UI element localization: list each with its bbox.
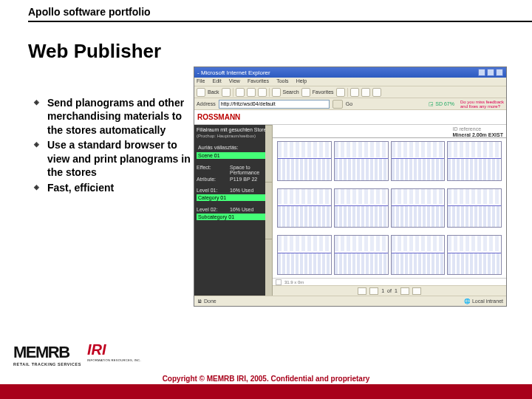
- bullet-icon: ◈: [34, 138, 47, 179]
- menu-view[interactable]: View: [229, 78, 240, 83]
- shield-icon: ◲: [429, 101, 434, 107]
- bullet-icon: ◈: [34, 181, 47, 194]
- search-label[interactable]: Search: [283, 89, 299, 95]
- home-icon[interactable]: [258, 88, 267, 97]
- menu-edit[interactable]: Edit: [213, 78, 222, 83]
- memrb-logo: MEMRB RETAIL TRACKING SERVICES: [13, 343, 81, 366]
- planogram-module[interactable]: [391, 141, 446, 181]
- document-icon[interactable]: [276, 279, 282, 285]
- menu-bar: File Edit View Favorites Tools Help: [194, 78, 506, 86]
- planogram-module[interactable]: [277, 141, 332, 181]
- nav-level2-row: Level 02:16% Used: [197, 207, 270, 212]
- edit-icon[interactable]: [372, 88, 381, 97]
- last-page-button[interactable]: [412, 287, 421, 295]
- planogram-module[interactable]: [334, 141, 389, 181]
- nav-scene-select[interactable]: Scene 01: [197, 152, 270, 159]
- feedback-link[interactable]: Do you miss feedback and fixes any more?: [460, 100, 504, 109]
- list-item: ◈Use a standard browser to view and prin…: [34, 138, 191, 179]
- ruler-bar: 31.9 x 0m: [273, 278, 506, 285]
- brand-logo: ROSSMANN: [194, 110, 506, 125]
- page-of-label: of: [387, 288, 392, 293]
- planogram-module[interactable]: [277, 235, 332, 275]
- iri-logo: IRI INFORMATION RESOURCES, INC.: [87, 341, 141, 362]
- address-bar: Address Go ◲SD 67% Do you miss feedback …: [194, 98, 506, 110]
- copyright-line: Copyright © MEMRB IRI, 2005. Confidentia…: [0, 375, 532, 383]
- planogram-module[interactable]: [334, 188, 389, 228]
- ruler-value: 31.9 x 0m: [284, 280, 304, 284]
- address-label: Address: [197, 101, 216, 106]
- menu-tools[interactable]: Tools: [276, 78, 288, 83]
- stop-icon[interactable]: [236, 88, 245, 97]
- planogram-module[interactable]: [447, 141, 502, 181]
- browser-window: - Microsoft Internet Explorer File Edit …: [194, 66, 507, 307]
- print-icon[interactable]: [361, 88, 370, 97]
- list-item: ◈Fast, efficient: [34, 181, 191, 194]
- next-page-button[interactable]: [400, 287, 409, 295]
- window-titlebar[interactable]: - Microsoft Internet Explorer: [194, 67, 506, 78]
- first-page-button[interactable]: [358, 287, 366, 295]
- left-nav: Filialraum mit gesuchten Store (Prochop:…: [194, 125, 273, 296]
- pager-bar: 1 of 1: [273, 285, 506, 296]
- window-title: - Microsoft Internet Explorer: [197, 69, 270, 76]
- planogram-module[interactable]: [334, 235, 389, 275]
- prev-page-button[interactable]: [369, 287, 378, 295]
- slide-topic: Apollo software portfolio: [28, 6, 532, 18]
- status-right: 🌐 Local intranet: [464, 299, 503, 304]
- toolbar: Back Search Favorites: [194, 86, 506, 98]
- total-pages: 1: [395, 288, 398, 293]
- nav-level1-row: Level 01:16% Used: [197, 188, 270, 193]
- nav-effect-row: Effect:Space to Performance: [197, 165, 270, 175]
- go-button[interactable]: [332, 100, 343, 109]
- nav-subcategory-select[interactable]: Subcategory 01: [197, 214, 270, 220]
- maximize-icon[interactable]: [487, 69, 494, 76]
- menu-help[interactable]: Help: [296, 78, 307, 83]
- back-label[interactable]: Back: [208, 89, 219, 95]
- close-icon[interactable]: [496, 69, 503, 76]
- planogram-header: ID referenceMineral 2.00m EXIST: [273, 125, 506, 138]
- separator: [269, 88, 270, 97]
- list-item: ◈Send planograms and other merchandising…: [34, 96, 191, 137]
- planogram-canvas[interactable]: [273, 138, 506, 278]
- favorites-icon[interactable]: [301, 88, 310, 97]
- nav-category-select[interactable]: Category 01: [197, 194, 270, 201]
- nav-header: Filialraum mit gesuchten Store: [197, 127, 270, 132]
- planogram-module[interactable]: [391, 235, 446, 275]
- address-input[interactable]: [219, 100, 330, 109]
- nav-subheader: (Prochop: Hauptraum/wetbox): [197, 134, 270, 138]
- menu-file[interactable]: File: [197, 78, 205, 83]
- footer-red-bar: [0, 384, 532, 399]
- go-label[interactable]: Go: [346, 101, 352, 106]
- bullet-icon: ◈: [34, 96, 47, 137]
- bullet-list: ◈Send planograms and other merchandising…: [34, 96, 191, 196]
- forward-icon[interactable]: [222, 88, 231, 97]
- progress-badge: ◲SD 67%: [429, 101, 454, 107]
- status-left: 🗎 Done: [197, 299, 216, 304]
- minimize-icon[interactable]: [478, 69, 485, 76]
- nav-attrib-row: Atribute:P119 BP 22: [197, 177, 270, 182]
- back-icon[interactable]: [197, 88, 205, 97]
- planogram-panel: ID referenceMineral 2.00m EXIST: [273, 125, 506, 296]
- planogram-module[interactable]: [447, 188, 502, 228]
- current-page: 1: [381, 288, 384, 293]
- footer-logos: MEMRB RETAIL TRACKING SERVICES IRI INFOR…: [13, 343, 141, 366]
- planogram-module[interactable]: [277, 188, 332, 228]
- favorites-label[interactable]: Favorites: [313, 89, 334, 95]
- planogram-module[interactable]: [447, 235, 502, 275]
- separator: [347, 88, 348, 97]
- shelf-row: [276, 188, 503, 228]
- search-icon[interactable]: [272, 88, 281, 97]
- shelf-row: [276, 141, 503, 181]
- nav-section-label: Auriás vállasztás:: [197, 144, 270, 151]
- status-bar: 🗎 Done 🌐 Local intranet: [194, 296, 506, 306]
- slide-topic-bar: Apollo software portfolio: [28, 6, 532, 22]
- shelf-row: [276, 235, 503, 275]
- menu-favorites[interactable]: Favorites: [248, 78, 269, 83]
- mail-icon[interactable]: [350, 88, 359, 97]
- separator: [233, 88, 233, 97]
- refresh-icon[interactable]: [247, 88, 256, 97]
- slide-title: Web Publisher: [28, 40, 161, 63]
- planogram-module[interactable]: [391, 188, 446, 228]
- vertical-tabs[interactable]: [265, 125, 273, 296]
- history-icon[interactable]: [336, 88, 345, 97]
